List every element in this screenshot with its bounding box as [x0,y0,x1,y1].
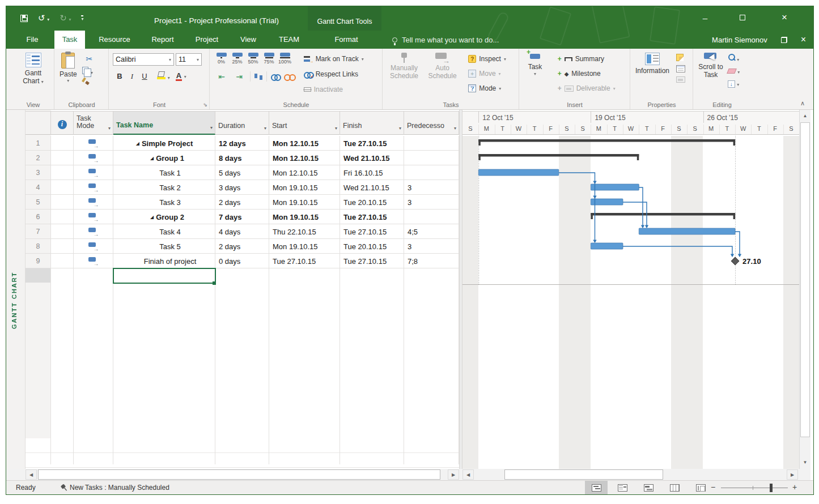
paste-button[interactable]: Paste▾ [57,52,79,85]
filter-caret-icon[interactable]: ▾ [210,126,213,131]
inactivate-button[interactable]: Inactivate [302,83,366,96]
predecessors-cell[interactable]: 3 [404,195,459,210]
cut-button[interactable]: ✂ [82,53,96,65]
maximize-button[interactable] [730,9,755,26]
percent-0-button[interactable]: 0% [214,53,229,65]
summary-bar-simple-project[interactable] [478,139,735,142]
task-name-cell[interactable]: Task 3 [113,195,215,210]
expand-icon[interactable]: ◢ [150,215,154,220]
expand-icon[interactable]: ◢ [150,156,154,161]
duration-cell[interactable]: 7 days [215,210,269,224]
chart-scroll-right-icon[interactable]: ▶ [787,469,798,480]
task-mode-cell[interactable] [74,195,113,210]
scroll-down-icon[interactable]: ▼ [800,457,810,468]
finish-cell[interactable]: Wed 21.10.15 [340,180,404,195]
fill-button[interactable]: ↓ ▾ [728,79,740,88]
insert-milestone-button[interactable]: +◆Milestone [556,67,617,80]
duration-cell[interactable]: 2 days [215,195,269,210]
duration-cell[interactable]: 12 days [215,136,269,151]
zoom-out-icon[interactable]: − [711,482,715,492]
link-arrow-icon[interactable] [593,240,596,244]
selection-fill-handle[interactable] [213,281,216,285]
zoom-track[interactable] [721,488,788,488]
task-bar-task-5[interactable] [591,243,623,249]
start-cell[interactable]: Mon 19.10.15 [269,195,340,210]
link-line-from-task-4[interactable] [735,232,740,257]
tab-resource[interactable]: Resource [91,31,138,49]
predecessors-cell[interactable]: 7;8 [404,254,459,268]
finish-cell[interactable]: Tue 27.10.15 [340,210,404,224]
insert-deliverable-button[interactable]: +Deliverable ▾ [556,82,617,95]
percent-50-button[interactable]: 50% [245,53,261,65]
link-line-from-task-1[interactable] [559,173,595,242]
task-name-header[interactable]: Task Name▾ [113,111,215,135]
tab-task[interactable]: Task [54,31,85,49]
finish-cell[interactable]: Tue 20.10.15 [340,195,404,210]
finish-cell[interactable]: Tue 27.10.15 [340,224,404,239]
info-cell[interactable] [51,254,74,268]
link-arrow-icon[interactable] [641,225,644,229]
start-cell[interactable]: Mon 19.10.15 [269,210,340,224]
finish-cell[interactable]: Fri 16.10.15 [340,165,404,180]
summary-bar-group-2[interactable] [591,213,735,216]
predecessors-cell[interactable]: 4;5 [404,224,459,239]
gantt-chart-view-button[interactable]: Gantt Chart ▾ [15,52,52,87]
start-cell[interactable]: Mon 19.10.15 [269,180,340,195]
info-cell[interactable] [51,136,74,151]
gantt-chart-pane[interactable]: 12 Oct '1519 Oct '1526 Oct '15SMTWTFSSMT… [462,110,799,469]
background-color-button[interactable]: ▾ [157,71,170,81]
move-button[interactable]: +Move ▾ [466,67,508,80]
summary-bar-group-1[interactable] [478,154,639,157]
unlink-tasks-icon[interactable] [284,74,293,79]
split-task-icon[interactable] [254,74,262,80]
user-name[interactable]: Martin Siemonov [712,36,767,44]
finish-cell[interactable]: Wed 21.10.15 [340,151,404,165]
duration-header[interactable]: Duration▾ [215,111,269,135]
task-mode-cell[interactable] [74,224,113,239]
task-bar-task-3[interactable] [591,199,623,205]
tab-view[interactable]: View [234,31,263,49]
start-cell[interactable]: Mon 12.10.15 [269,165,340,180]
task-table[interactable]: iTask Mode▾Task Name▾Duration▾Start▾Fini… [26,110,459,469]
row-number-header[interactable] [26,111,51,135]
info-cell[interactable] [51,165,74,180]
task-mode-cell[interactable] [74,254,113,268]
task-name-cell[interactable]: ◢Group 2 [113,210,215,224]
finish-cell[interactable]: Tue 27.10.15 [340,136,404,151]
task-name-cell[interactable]: Task 1 [113,165,215,180]
finish-cell[interactable]: Tue 20.10.15 [340,239,404,254]
info-cell[interactable] [51,195,74,210]
customize-qat-button[interactable]: ▾ [81,15,83,21]
tab-format[interactable]: Format [326,31,366,49]
task-name-cell[interactable]: ◢Group 1 [113,151,215,165]
percent-75-button[interactable]: 75% [261,53,277,65]
task-mode-cell[interactable] [74,151,113,165]
format-painter-icon[interactable] [82,78,90,85]
notes-icon[interactable] [676,54,684,61]
tab-report[interactable]: Report [144,31,181,49]
tell-me-box[interactable]: Tell me what you want to do... [392,31,499,49]
info-cell[interactable] [51,239,74,254]
task-bar-task-4[interactable] [639,228,735,234]
link-arrow-icon[interactable] [738,254,741,258]
mark-on-track-button[interactable]: →Mark on Track ▾ [302,53,366,65]
duration-cell[interactable]: 0 days [215,254,269,268]
close-button[interactable]: × [772,9,797,26]
milestone-label[interactable]: 27.10 [742,257,761,266]
info-cell[interactable] [51,224,74,239]
duration-cell[interactable]: 4 days [215,224,269,239]
task-name-cell[interactable]: ◢Simple Project [113,136,215,151]
expand-icon[interactable]: ◢ [136,141,139,146]
info-cell[interactable] [51,180,74,195]
link-arrow-icon[interactable] [731,254,734,258]
insert-task-button[interactable]: + Task▾ [522,52,548,78]
predecessors-cell[interactable] [404,136,459,151]
inspect-button[interactable]: ?Inspect ▾ [466,53,508,65]
task-name-cell[interactable]: Finiah of project [113,254,215,268]
status-view-task-usage[interactable] [611,481,634,495]
status-view-report[interactable] [689,481,712,495]
task-mode-cell[interactable] [74,180,113,195]
clear-button[interactable]: ▾ [728,67,740,75]
predecessors-cell[interactable] [404,210,459,224]
find-button[interactable]: ▾ [728,54,740,63]
